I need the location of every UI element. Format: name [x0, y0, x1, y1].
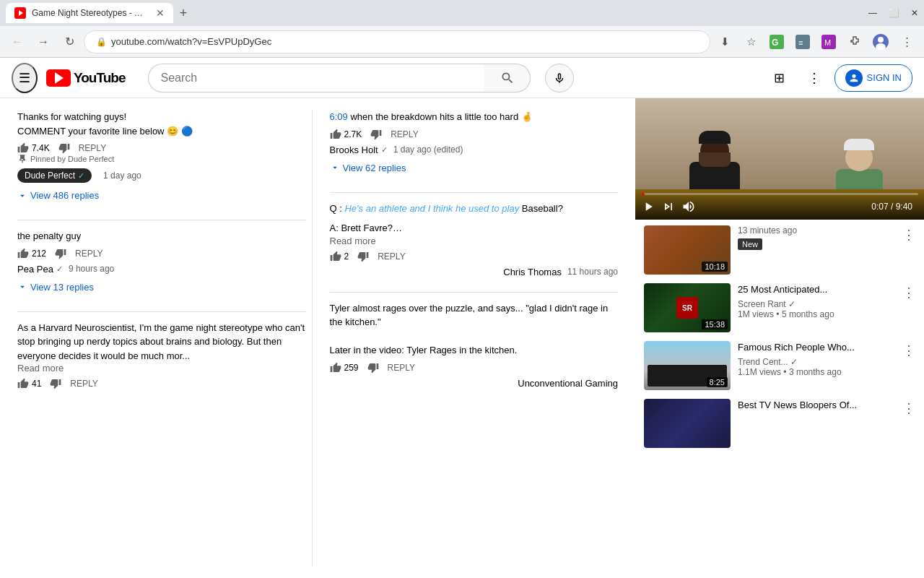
hamburger-menu-button[interactable]: ☰ — [12, 63, 38, 93]
reply-button-3[interactable]: REPLY — [70, 379, 97, 389]
right-like-button-2[interactable]: 2 — [330, 251, 349, 262]
right-replies-toggle-1[interactable]: View 62 replies — [330, 158, 619, 178]
extension-icon-3[interactable]: M — [817, 30, 840, 53]
reload-button[interactable]: ↻ — [58, 30, 81, 53]
channel-check-2: ✓ — [788, 299, 796, 309]
comment-divider-2 — [17, 311, 306, 312]
download-icon[interactable]: ⬇ — [713, 30, 736, 53]
volume-button[interactable] — [681, 199, 696, 214]
right-reply-button-3[interactable]: REPLY — [388, 363, 415, 373]
channel-check-3: ✓ — [790, 357, 798, 367]
right-comment-author-1: Brooks Holt ✓ — [330, 144, 388, 155]
reply-button-2[interactable]: REPLY — [75, 249, 103, 259]
youtube-play-icon — [55, 72, 64, 84]
bookmark-icon[interactable]: ☆ — [739, 30, 762, 53]
right-reply-button-2[interactable]: REPLY — [378, 251, 405, 262]
main-content: Thanks for watching guys! Thanks for wat… — [0, 98, 924, 578]
youtube-logo[interactable]: YouTube — [46, 69, 125, 87]
read-more-button-3[interactable]: Read more — [17, 363, 64, 374]
like-button-1[interactable]: 7.4K — [17, 142, 50, 154]
playlist-thumb-4 — [644, 399, 731, 448]
right-like-button-1[interactable]: 2.7K — [330, 129, 362, 140]
browser-tab[interactable]: Game Night Stereotypes - YouTu... ✕ — [6, 3, 173, 23]
comment-text-1: Thanks for watching guys! Thanks for wat… — [17, 110, 306, 138]
right-like-button-3[interactable]: 259 — [330, 362, 359, 374]
comment-block-1: Thanks for watching guys! Thanks for wat… — [17, 110, 306, 205]
youtube-header: ☰ YouTube ⊞ ⋮ SIGN IN — [0, 58, 924, 98]
playlist-item-4[interactable]: Best TV News Bloopers Of... ⋮ — [644, 399, 915, 448]
youtube-favicon — [14, 7, 26, 19]
search-form — [148, 64, 531, 92]
playlist-duration-1: 10:18 — [702, 262, 728, 272]
replies-toggle-1[interactable]: View 486 replies — [17, 186, 306, 205]
right-comment-divider-1 — [330, 192, 619, 193]
menu-dots-icon[interactable]: ⋮ — [895, 30, 918, 53]
microphone-button[interactable] — [545, 64, 574, 92]
right-comment-meta-2: Chris Thomas 11 hours ago — [330, 267, 619, 277]
playlist-duration-3: 8:25 — [707, 377, 728, 387]
new-badge: New — [738, 238, 762, 250]
progress-bar[interactable] — [641, 193, 918, 195]
maximize-button[interactable]: ⬜ — [889, 8, 899, 18]
right-dislike-button-2[interactable] — [357, 251, 369, 262]
playlist-more-button-3[interactable]: ⋮ — [902, 342, 915, 358]
playlist-item-1[interactable]: 10:18 13 minutes ago New ⋮ — [644, 225, 915, 275]
back-button[interactable]: ← — [6, 30, 29, 53]
playlist-more-button-2[interactable]: ⋮ — [902, 285, 915, 301]
playlist-stats-2: 1M views • 5 months ago — [738, 309, 915, 319]
video-player[interactable]: 0:07 / 9:40 — [635, 98, 924, 220]
playlist-thumb-1: 10:18 — [644, 225, 731, 275]
like-count-1: 7.4K — [32, 143, 50, 153]
extension-icon-1[interactable]: G — [765, 30, 788, 53]
playlist-more-button-1[interactable]: ⋮ — [902, 227, 915, 243]
reply-button-1[interactable]: REPLY — [79, 143, 106, 153]
search-button[interactable] — [484, 64, 531, 92]
like-button-3[interactable]: 41 — [17, 378, 41, 389]
right-comment-block-3: Tyler almost rages over the puzzle, and … — [330, 301, 619, 389]
comments-left: Thanks for watching guys! Thanks for wat… — [17, 110, 313, 566]
playlist-info-1: 13 minutes ago New — [738, 225, 915, 250]
forward-button[interactable]: → — [32, 30, 55, 53]
play-pause-button[interactable] — [641, 199, 655, 214]
profile-icon[interactable] — [869, 30, 892, 53]
search-input[interactable] — [148, 64, 484, 92]
right-comment-block-1: 6:09 when the breakdown hits a little to… — [330, 110, 619, 178]
right-dislike-button-1[interactable] — [370, 129, 382, 140]
playlist-channel-2: Screen Rant ✓ — [738, 299, 915, 309]
timestamp-link-1[interactable]: 6:09 — [330, 111, 348, 122]
replies-toggle-2[interactable]: View 13 replies — [17, 277, 306, 297]
close-button[interactable]: ✕ — [911, 8, 918, 18]
pinned-text: Pinned by Dude Perfect — [30, 155, 114, 163]
minimize-button[interactable]: — — [868, 8, 877, 18]
address-bar[interactable]: 🔒 youtube.com/watch?v=EsVPUpDyGec — [84, 30, 710, 53]
like-button-2[interactable]: 212 — [17, 248, 46, 259]
comment-time-2: 9 hours ago — [69, 264, 114, 274]
extensions-puzzle-icon[interactable] — [843, 30, 866, 53]
playlist-item-2[interactable]: SR 15:38 25 Most Anticipated... Screen R… — [644, 283, 915, 332]
playlist-title-2: 25 Most Anticipated... — [738, 283, 915, 296]
right-reply-button-1[interactable]: REPLY — [391, 129, 418, 139]
more-options-button[interactable]: ⋮ — [800, 64, 829, 92]
playlist-more-button-4[interactable]: ⋮ — [902, 400, 915, 416]
read-more-button-2[interactable]: Read more — [330, 236, 376, 246]
next-button[interactable] — [661, 199, 676, 214]
progress-fill — [641, 193, 645, 195]
dude-perfect-badge: Dude Perfect ✓ — [17, 168, 92, 183]
close-tab-button[interactable]: ✕ — [156, 7, 165, 19]
comment-block-3: As a Harvard Neuroscientist, I'm the gam… — [17, 321, 306, 390]
extension-icon-2[interactable]: ≡ — [791, 30, 814, 53]
dislike-button-3[interactable] — [50, 378, 61, 389]
playlist-channel-3: Trend Cent... ✓ — [738, 357, 915, 367]
video-controls-row: 0:07 / 9:40 — [641, 199, 918, 214]
right-comment-text-2b: A: Brett Favre?… — [330, 221, 619, 236]
grid-apps-button[interactable]: ⊞ — [765, 64, 794, 92]
playlist-item-3[interactable]: 8:25 Famous Rich People Who... Trend Cen… — [644, 341, 915, 390]
youtube-logo-text: YouTube — [74, 70, 125, 86]
dislike-button-2[interactable] — [55, 248, 66, 259]
comments-section: Thanks for watching guys! Thanks for wat… — [0, 98, 635, 578]
dislike-button-1[interactable] — [58, 142, 70, 154]
right-dislike-button-3[interactable] — [367, 362, 379, 374]
browser-toolbar: ← → ↻ 🔒 youtube.com/watch?v=EsVPUpDyGec … — [0, 26, 924, 58]
signin-button[interactable]: SIGN IN — [834, 64, 912, 92]
new-tab-button[interactable]: + — [173, 3, 193, 23]
